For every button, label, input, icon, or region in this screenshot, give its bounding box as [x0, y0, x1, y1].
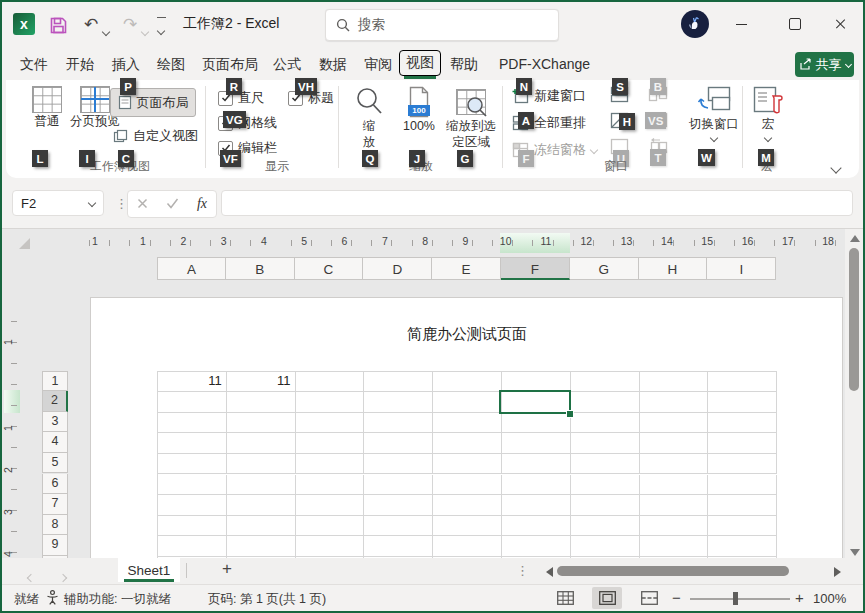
cell-D2[interactable] — [364, 392, 433, 413]
sheet-nav-prev[interactable] — [28, 567, 34, 585]
enter-entry-button[interactable] — [166, 195, 179, 213]
cell-C5[interactable] — [296, 454, 365, 475]
row-header-3[interactable]: 3 — [42, 412, 68, 433]
cell-H2[interactable] — [640, 392, 709, 413]
cell-E8[interactable] — [433, 516, 502, 537]
qat-customize-button[interactable] — [157, 17, 167, 38]
cell-A2[interactable] — [158, 392, 227, 413]
cell-D5[interactable] — [364, 454, 433, 475]
cell-C8[interactable] — [296, 516, 365, 537]
cell-G5[interactable] — [571, 454, 640, 475]
cell-E7[interactable] — [433, 495, 502, 516]
cell-D4[interactable] — [364, 433, 433, 454]
cell-E6[interactable] — [433, 475, 502, 496]
cell-G3[interactable] — [571, 413, 640, 434]
normal-view-button[interactable]: 普通 — [22, 86, 72, 129]
cell-H4[interactable] — [640, 433, 709, 454]
cell-H8[interactable] — [640, 516, 709, 537]
cell-I1[interactable] — [708, 372, 777, 393]
search-box[interactable]: 搜索 — [325, 9, 559, 41]
vertical-scrollbar[interactable] — [845, 229, 865, 559]
column-header-I[interactable]: I — [707, 257, 776, 280]
cell-B5[interactable] — [227, 454, 296, 475]
zoom-to-selection-button[interactable]: 缩放到选定区域 — [442, 86, 500, 150]
tab-file[interactable]: 文件 — [18, 52, 50, 76]
column-header-B[interactable]: B — [226, 257, 295, 280]
cell-G4[interactable] — [571, 433, 640, 454]
tab-review[interactable]: 审阅 — [362, 52, 394, 76]
zoom-slider-track[interactable] — [690, 598, 790, 600]
cell-D6[interactable] — [364, 475, 433, 496]
cell-I6[interactable] — [708, 475, 777, 496]
selected-cell-outline[interactable] — [499, 390, 571, 414]
macros-button[interactable]: 宏 — [746, 86, 790, 141]
cell-A4[interactable] — [158, 433, 227, 454]
row-header-4[interactable]: 4 — [42, 432, 68, 453]
column-header-F[interactable]: F — [501, 257, 570, 280]
cell-G7[interactable] — [571, 495, 640, 516]
vertical-scroll-thumb[interactable] — [849, 248, 859, 391]
cell-C4[interactable] — [296, 433, 365, 454]
row-header-7[interactable]: 7 — [42, 494, 68, 515]
redo-dropdown-chevron[interactable] — [142, 21, 148, 39]
row-header-2[interactable]: 2 — [42, 391, 68, 412]
formula-input[interactable] — [221, 190, 853, 216]
tab-pdf-xchange[interactable]: PDF-XChange — [497, 52, 592, 76]
cell-H3[interactable] — [640, 413, 709, 434]
minimize-button[interactable] — [718, 0, 764, 48]
cell-B8[interactable] — [227, 516, 296, 537]
cell-I9[interactable] — [708, 536, 777, 557]
column-header-D[interactable]: D — [363, 257, 432, 280]
tab-data[interactable]: 数据 — [317, 52, 349, 76]
tab-help[interactable]: 帮助 — [448, 52, 480, 76]
scroll-left-arrow[interactable] — [546, 567, 553, 577]
cell-G8[interactable] — [571, 516, 640, 537]
scroll-down-arrow[interactable] — [850, 549, 860, 556]
cell-I2[interactable] — [708, 392, 777, 413]
cell-F9[interactable] — [502, 536, 571, 557]
close-button[interactable] — [818, 0, 864, 48]
cancel-entry-button[interactable] — [137, 195, 148, 213]
cell-E1[interactable] — [433, 372, 502, 393]
undo-dropdown-chevron[interactable] — [103, 21, 109, 39]
maximize-button[interactable] — [772, 0, 818, 48]
share-button[interactable]: 共享 — [795, 52, 854, 77]
tab-page-layout[interactable]: 页面布局 — [200, 52, 260, 76]
cell-B4[interactable] — [227, 433, 296, 454]
cell-H9[interactable] — [640, 536, 709, 557]
name-box[interactable]: F2 — [12, 190, 104, 216]
cell-I5[interactable] — [708, 454, 777, 475]
cell-A1[interactable]: 11 — [158, 372, 227, 393]
cell-C2[interactable] — [296, 392, 365, 413]
scroll-right-arrow[interactable] — [834, 567, 841, 577]
cell-F8[interactable] — [502, 516, 571, 537]
cell-B6[interactable] — [227, 475, 296, 496]
column-header-A[interactable]: A — [157, 257, 226, 280]
add-sheet-button[interactable]: + — [222, 559, 232, 579]
cell-C6[interactable] — [296, 475, 365, 496]
accessibility-status[interactable]: 辅助功能: 一切就绪 — [64, 591, 171, 608]
row-header-9[interactable]: 9 — [42, 535, 68, 556]
zoom-out-button[interactable]: − — [672, 589, 681, 606]
cell-E2[interactable] — [433, 392, 502, 413]
column-header-G[interactable]: G — [570, 257, 639, 280]
cell-A3[interactable] — [158, 413, 227, 434]
cell-H6[interactable] — [640, 475, 709, 496]
scroll-up-arrow[interactable] — [850, 235, 860, 242]
cell-G9[interactable] — [571, 536, 640, 557]
cell-G1[interactable] — [571, 372, 640, 393]
column-header-C[interactable]: C — [295, 257, 364, 280]
tab-draw[interactable]: 绘图 — [155, 52, 187, 76]
cell-I7[interactable] — [708, 495, 777, 516]
cell-I8[interactable] — [708, 516, 777, 537]
cell-F5[interactable] — [502, 454, 571, 475]
cell-E9[interactable] — [433, 536, 502, 557]
cell-E4[interactable] — [433, 433, 502, 454]
cell-F3[interactable] — [502, 413, 571, 434]
zoom-in-button[interactable]: + — [795, 589, 804, 606]
cell-G2[interactable] — [571, 392, 640, 413]
save-button[interactable] — [47, 14, 69, 36]
account-avatar[interactable] — [681, 10, 709, 38]
fill-handle[interactable] — [566, 410, 574, 418]
cell-I3[interactable] — [708, 413, 777, 434]
